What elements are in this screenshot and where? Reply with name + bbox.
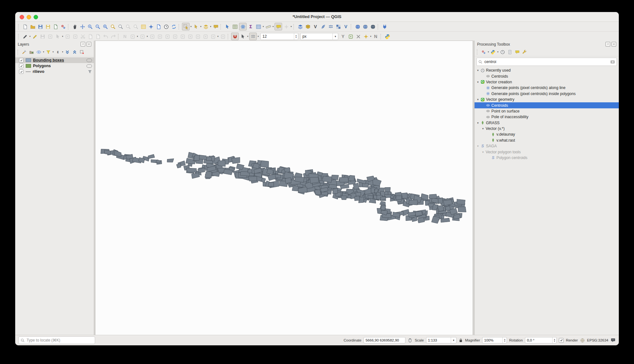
processing-search-input[interactable] [484,59,610,64]
open-layer-styling-button[interactable] [21,49,28,55]
measure-button[interactable] [265,23,272,30]
processing-algorithm-item[interactable]: Centroids [475,73,619,79]
select-features-dropdown-icon[interactable] [190,25,192,28]
deselect-all-button[interactable] [202,23,209,30]
models-dropdown-icon[interactable] [487,51,489,53]
plugins-button[interactable] [381,23,388,30]
clear-search-icon[interactable] [610,60,615,64]
pan-map-button[interactable] [71,23,78,30]
measure-dropdown-icon[interactable] [272,25,274,28]
new-mesh-layer-button[interactable] [327,23,334,30]
coordinate-field[interactable] [364,337,405,343]
toolbar-grip[interactable] [228,34,229,39]
processing-toolbox-button[interactable] [239,23,247,30]
map-canvas[interactable] [95,41,473,335]
stepper-icon[interactable] [552,337,556,343]
close-panel-icon[interactable] [611,42,616,47]
float-panel-icon[interactable] [605,42,610,47]
toolbar-grip[interactable] [118,34,120,39]
globe-icon[interactable] [580,338,585,343]
stepper-icon[interactable] [502,337,507,343]
models-button[interactable] [480,49,487,55]
add-wms-layer-button[interactable] [354,23,361,30]
collapse-all-button[interactable] [71,49,78,55]
expander-icon[interactable] [481,150,485,154]
python-scripts-dropdown-icon[interactable] [497,51,499,53]
refresh-map-button[interactable] [170,23,177,30]
toolbar-grip[interactable] [477,49,478,55]
processing-algorithm-item[interactable]: Centroids [475,102,619,108]
data-source-manager-button[interactable] [297,23,304,30]
metasearch-button[interactable] [369,23,376,30]
zoom-window-button[interactable] [34,15,38,19]
processing-group-item[interactable]: Recently used [475,67,619,73]
filter-by-expression-button[interactable]: ε [55,49,61,55]
project-save-as-button[interactable] [44,23,51,30]
toolbar-grip[interactable] [68,24,69,29]
lock-scale-icon[interactable] [459,338,463,342]
chevron-down-icon[interactable] [451,337,456,343]
new-virtual-layer-button[interactable]: V [312,23,319,30]
processing-group-item[interactable]: Vector polygon tools [475,149,619,155]
expander-icon[interactable] [476,80,480,84]
new-shapefile-layer-button[interactable] [320,23,327,30]
toggle-editing-button[interactable] [31,33,38,40]
snapping-units-combo[interactable]: px [300,33,338,40]
close-window-button[interactable] [20,15,24,19]
toolbar-grip[interactable] [378,24,379,29]
disable-tracing-button[interactable] [355,33,362,40]
select-by-value-dropdown-icon[interactable] [200,25,202,28]
layer-item[interactable]: Bounding boxes [15,57,94,63]
expander-icon[interactable] [481,127,485,130]
processing-algorithm-item[interactable]: SPolygon centroids [475,155,619,161]
layer-visibility-checkbox[interactable] [19,64,23,68]
close-panel-icon[interactable] [87,42,91,47]
new-print-layout-button[interactable] [52,23,59,30]
layer-item[interactable]: rilievo [15,69,94,74]
processing-group-item[interactable]: GRASS [475,120,619,126]
pan-to-selection-button[interactable] [79,23,86,30]
filter-legend-dropdown-icon[interactable] [52,51,54,53]
zoom-full-button[interactable] [102,23,109,30]
layer-item[interactable]: Polygons [15,63,94,69]
new-raster-layer-button[interactable] [335,23,342,30]
layer-visibility-checkbox[interactable] [19,58,23,62]
open-attribute-table-button[interactable] [231,23,238,30]
snapping-mode-dropdown-icon[interactable] [247,35,249,38]
field-calculator-dropdown-icon[interactable] [262,25,264,28]
rotation-spin[interactable]: 0,0 ° [525,337,557,343]
new-geopackage-layer-button[interactable] [304,23,311,30]
remove-layer-button[interactable] [79,49,85,55]
new-annotation-layer-button[interactable]: V [342,23,349,30]
magnifier-spin[interactable]: 100% [482,337,507,343]
filter-by-expression-dropdown-icon[interactable] [61,51,64,53]
processing-algorithm-item[interactable]: Generate points (pixel centroids) along … [475,85,619,91]
snapping-self-button[interactable] [249,33,257,40]
project-save-button[interactable] [37,23,44,30]
expand-all-button[interactable] [64,49,71,55]
map-tips-button[interactable] [275,23,282,30]
add-group-button[interactable] [28,49,35,55]
identify-features-button[interactable] [224,23,231,30]
flash-features-button[interactable] [212,23,219,30]
toolbar-grip[interactable] [351,24,352,29]
snapping-tolerance-spinbox[interactable]: 12 [260,33,298,40]
zoom-to-selection-button[interactable] [109,23,116,30]
processing-algorithm-item[interactable]: Generate points (pixel centroids) inside… [475,91,619,97]
processing-algorithm-item[interactable]: Pole of inaccessibility [475,114,619,120]
temporal-controller-button[interactable] [163,23,170,30]
edit-features-in-place-button[interactable] [514,49,521,55]
new-map-view-button[interactable] [140,23,147,30]
coordinate-toggle-icon[interactable] [408,338,412,343]
processing-group-item[interactable]: Vector creation [475,79,619,85]
toolbar-grip[interactable] [17,49,19,55]
filter-indicator-icon[interactable] [88,70,92,74]
layer-visibility-checkbox[interactable] [19,69,23,74]
stepper-icon[interactable] [294,33,298,40]
deselect-all-dropdown-icon[interactable] [210,25,212,28]
toolbar-grip[interactable] [380,34,382,39]
project-new-button[interactable] [22,23,29,30]
minimize-window-button[interactable] [27,15,31,19]
render-checkbox[interactable] [559,338,564,343]
current-edits-button[interactable] [22,33,29,40]
